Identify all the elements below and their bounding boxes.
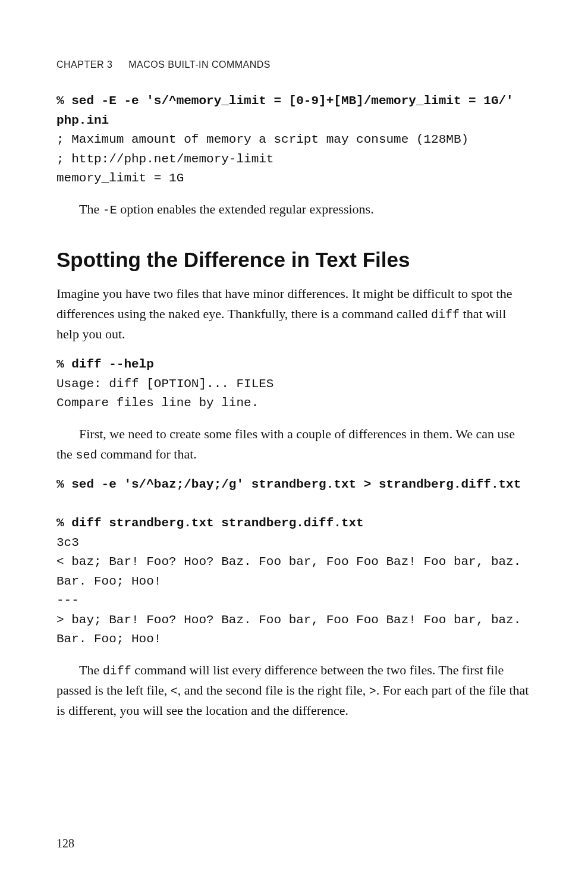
- paragraph: Imagine you have two files that have min…: [56, 284, 532, 344]
- text: The: [79, 202, 103, 216]
- page: CHAPTER 3 MACOS BUILT-IN COMMANDS % sed …: [0, 0, 588, 892]
- inline-code: <: [171, 684, 178, 698]
- command-line: % sed -e 's/^baz;/bay;/g' strandberg.txt…: [56, 478, 521, 491]
- text: , and the second file is the right file,: [178, 683, 369, 698]
- running-head: CHAPTER 3 MACOS BUILT-IN COMMANDS: [56, 59, 532, 70]
- text: command for that.: [97, 447, 196, 461]
- code-block-diff-example: % sed -e 's/^baz;/bay;/g' strandberg.txt…: [56, 475, 532, 649]
- text: The: [79, 662, 103, 677]
- paragraph: First, we need to create some files with…: [56, 424, 532, 464]
- command-line: % sed -E -e 's/^memory_limit = [0-9]+[MB…: [56, 94, 521, 127]
- command-output: Usage: diff [OPTION]... FILES Compare fi…: [56, 377, 273, 410]
- code-block-sed-memory: % sed -E -e 's/^memory_limit = [0-9]+[MB…: [56, 92, 532, 189]
- inline-code: sed: [76, 448, 97, 462]
- command-line: % diff strandberg.txt strandberg.diff.tx…: [56, 516, 364, 530]
- command-output: ; Maximum amount of memory a script may …: [56, 133, 468, 185]
- spacer: [56, 731, 532, 837]
- inline-code: -E: [103, 203, 117, 217]
- paragraph: The -E option enables the extended regul…: [56, 199, 532, 219]
- code-block-diff-help: % diff --help Usage: diff [OPTION]... FI…: [56, 355, 532, 413]
- chapter-title: MACOS BUILT-IN COMMANDS: [128, 59, 271, 70]
- page-number: 128: [56, 837, 532, 850]
- paragraph: The diff command will list every differe…: [56, 660, 532, 721]
- text: option enables the extended regular expr…: [117, 202, 374, 216]
- inline-code: diff: [103, 664, 131, 678]
- inline-code: >: [369, 684, 376, 698]
- command-output: 3c3 < baz; Bar! Foo? Hoo? Baz. Foo bar, …: [56, 536, 529, 646]
- command-line: % diff --help: [56, 357, 154, 371]
- inline-code: diff: [431, 308, 460, 322]
- section-heading: Spotting the Difference in Text Files: [56, 248, 532, 272]
- chapter-label: CHAPTER 3: [56, 59, 112, 70]
